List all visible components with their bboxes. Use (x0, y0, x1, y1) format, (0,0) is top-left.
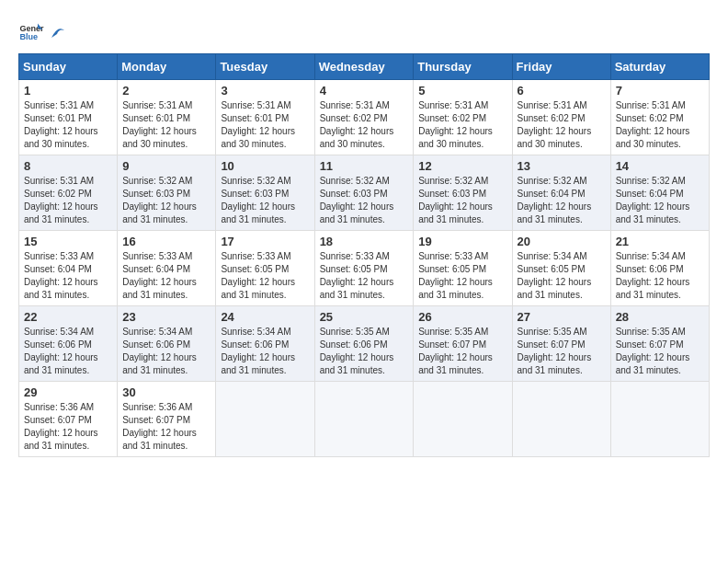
calendar-week-row: 15 Sunrise: 5:33 AM Sunset: 6:04 PM Dayl… (19, 231, 710, 306)
day-number: 24 (221, 310, 309, 324)
calendar-cell: 25 Sunrise: 5:35 AM Sunset: 6:06 PM Dayl… (314, 306, 414, 382)
sunrise-label: Sunrise: 5:32 AM (122, 176, 192, 186)
day-number: 20 (518, 235, 606, 248)
calendar-header-friday: Friday (512, 54, 610, 80)
calendar-cell: 29 Sunrise: 5:36 AM Sunset: 6:07 PM Dayl… (19, 382, 118, 457)
day-info: Sunrise: 5:31 AM Sunset: 6:02 PM Dayligh… (24, 175, 112, 226)
sunset-label: Sunset: 6:01 PM (24, 113, 92, 123)
day-number: 21 (616, 235, 704, 248)
day-info: Sunrise: 5:31 AM Sunset: 6:01 PM Dayligh… (221, 99, 309, 151)
daylight-label: Daylight: 12 hours and 31 minutes. (24, 201, 98, 224)
sunset-label: Sunset: 6:06 PM (616, 264, 684, 274)
calendar-cell: 7 Sunrise: 5:31 AM Sunset: 6:02 PM Dayli… (610, 80, 709, 155)
calendar-cell (512, 382, 610, 457)
sunset-label: Sunset: 6:01 PM (221, 113, 289, 123)
day-info: Sunrise: 5:32 AM Sunset: 6:03 PM Dayligh… (122, 175, 210, 226)
sunset-label: Sunset: 6:05 PM (418, 264, 486, 274)
svg-text:Blue: Blue (19, 32, 38, 41)
calendar-week-row: 22 Sunrise: 5:34 AM Sunset: 6:06 PM Dayl… (19, 306, 710, 382)
calendar-cell: 26 Sunrise: 5:35 AM Sunset: 6:07 PM Dayl… (414, 306, 512, 382)
calendar-week-row: 1 Sunrise: 5:31 AM Sunset: 6:01 PM Dayli… (19, 80, 710, 155)
calendar-cell: 1 Sunrise: 5:31 AM Sunset: 6:01 PM Dayli… (19, 80, 118, 155)
sunset-label: Sunset: 6:04 PM (24, 264, 92, 274)
day-number: 26 (418, 310, 506, 324)
day-number: 8 (24, 159, 112, 173)
day-info: Sunrise: 5:32 AM Sunset: 6:03 PM Dayligh… (320, 175, 409, 226)
sunset-label: Sunset: 6:07 PM (418, 339, 486, 350)
day-info: Sunrise: 5:34 AM Sunset: 6:06 PM Dayligh… (24, 326, 112, 377)
daylight-label: Daylight: 12 hours and 31 minutes. (122, 352, 197, 375)
day-info: Sunrise: 5:36 AM Sunset: 6:07 PM Dayligh… (24, 401, 112, 453)
daylight-label: Daylight: 12 hours and 31 minutes. (418, 201, 493, 224)
daylight-label: Daylight: 12 hours and 31 minutes. (418, 277, 493, 300)
sunset-label: Sunset: 6:06 PM (122, 339, 190, 350)
day-info: Sunrise: 5:35 AM Sunset: 6:07 PM Dayligh… (418, 326, 506, 377)
logo: General Blue (18, 18, 66, 44)
daylight-label: Daylight: 12 hours and 30 minutes. (24, 126, 98, 149)
calendar-cell: 6 Sunrise: 5:31 AM Sunset: 6:02 PM Dayli… (512, 80, 610, 155)
calendar-table: SundayMondayTuesdayWednesdayThursdayFrid… (18, 53, 710, 457)
sunrise-label: Sunrise: 5:32 AM (320, 176, 390, 186)
day-info: Sunrise: 5:36 AM Sunset: 6:07 PM Dayligh… (122, 401, 210, 453)
sunrise-label: Sunrise: 5:33 AM (221, 251, 290, 261)
day-number: 18 (320, 235, 409, 248)
sunrise-label: Sunrise: 5:31 AM (320, 100, 390, 110)
sunset-label: Sunset: 6:02 PM (518, 113, 586, 123)
day-number: 30 (122, 385, 210, 399)
sunrise-label: Sunrise: 5:34 AM (518, 251, 587, 261)
day-info: Sunrise: 5:33 AM Sunset: 6:05 PM Dayligh… (320, 250, 409, 302)
calendar-cell: 11 Sunrise: 5:32 AM Sunset: 6:03 PM Dayl… (314, 155, 414, 231)
calendar-cell (216, 382, 314, 457)
sunset-label: Sunset: 6:03 PM (320, 189, 388, 199)
day-number: 4 (320, 84, 409, 98)
sunrise-label: Sunrise: 5:32 AM (418, 176, 488, 186)
day-number: 27 (518, 310, 606, 324)
daylight-label: Daylight: 12 hours and 31 minutes. (616, 201, 690, 224)
daylight-label: Daylight: 12 hours and 31 minutes. (221, 352, 295, 375)
sunset-label: Sunset: 6:04 PM (518, 189, 586, 199)
sunset-label: Sunset: 6:07 PM (122, 415, 190, 425)
logo-icon: General Blue (18, 18, 44, 44)
calendar-cell: 24 Sunrise: 5:34 AM Sunset: 6:06 PM Dayl… (216, 306, 314, 382)
day-info: Sunrise: 5:32 AM Sunset: 6:03 PM Dayligh… (418, 175, 506, 226)
sunrise-label: Sunrise: 5:34 AM (122, 327, 192, 337)
sunrise-label: Sunrise: 5:31 AM (24, 100, 94, 110)
calendar-cell: 4 Sunrise: 5:31 AM Sunset: 6:02 PM Dayli… (314, 80, 414, 155)
calendar-cell: 5 Sunrise: 5:31 AM Sunset: 6:02 PM Dayli… (414, 80, 512, 155)
sunset-label: Sunset: 6:04 PM (616, 189, 684, 199)
sunset-label: Sunset: 6:01 PM (122, 113, 190, 123)
calendar-cell: 9 Sunrise: 5:32 AM Sunset: 6:03 PM Dayli… (118, 155, 216, 231)
sunset-label: Sunset: 6:02 PM (320, 113, 388, 123)
day-number: 12 (418, 159, 506, 173)
calendar-cell (610, 382, 709, 457)
day-info: Sunrise: 5:31 AM Sunset: 6:01 PM Dayligh… (122, 99, 210, 151)
daylight-label: Daylight: 12 hours and 31 minutes. (518, 201, 592, 224)
sunrise-label: Sunrise: 5:32 AM (616, 176, 686, 186)
calendar-header-thursday: Thursday (414, 54, 512, 80)
day-number: 28 (616, 310, 704, 324)
calendar-cell: 15 Sunrise: 5:33 AM Sunset: 6:04 PM Dayl… (19, 231, 118, 306)
sunrise-label: Sunrise: 5:36 AM (24, 402, 94, 412)
daylight-label: Daylight: 12 hours and 31 minutes. (418, 352, 493, 375)
daylight-label: Daylight: 12 hours and 31 minutes. (320, 352, 394, 375)
sunset-label: Sunset: 6:06 PM (24, 339, 92, 350)
sunset-label: Sunset: 6:06 PM (320, 339, 388, 350)
daylight-label: Daylight: 12 hours and 31 minutes. (221, 277, 295, 300)
daylight-label: Daylight: 12 hours and 31 minutes. (320, 201, 394, 224)
day-number: 7 (616, 84, 704, 98)
day-number: 14 (616, 159, 704, 173)
daylight-label: Daylight: 12 hours and 31 minutes. (518, 352, 592, 375)
day-number: 22 (24, 310, 112, 324)
sunrise-label: Sunrise: 5:35 AM (320, 327, 390, 337)
sunrise-label: Sunrise: 5:35 AM (518, 327, 587, 337)
sunrise-label: Sunrise: 5:31 AM (122, 100, 192, 110)
calendar-cell: 18 Sunrise: 5:33 AM Sunset: 6:05 PM Dayl… (314, 231, 414, 306)
sunrise-label: Sunrise: 5:31 AM (221, 100, 290, 110)
day-number: 17 (221, 235, 309, 248)
calendar-cell: 17 Sunrise: 5:33 AM Sunset: 6:05 PM Dayl… (216, 231, 314, 306)
calendar-cell: 23 Sunrise: 5:34 AM Sunset: 6:06 PM Dayl… (118, 306, 216, 382)
day-number: 25 (320, 310, 409, 324)
daylight-label: Daylight: 12 hours and 31 minutes. (320, 277, 394, 300)
sunrise-label: Sunrise: 5:36 AM (122, 402, 192, 412)
sunrise-label: Sunrise: 5:33 AM (122, 251, 192, 261)
